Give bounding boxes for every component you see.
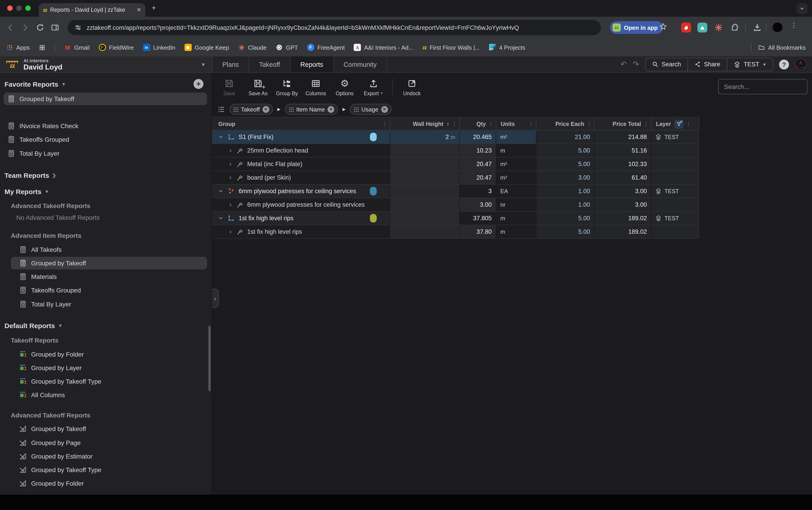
cell-units[interactable]: nr (496, 198, 536, 211)
extensions-puzzle-icon[interactable] (730, 23, 740, 32)
sidebar-item-takeoffs-grouped-2[interactable]: Takeoffs Grouped (0, 283, 212, 297)
drag-handle-icon[interactable] (354, 107, 359, 112)
cell-wall-height[interactable]: 2m (390, 131, 459, 144)
side-panel-icon[interactable] (51, 23, 60, 32)
column-menu-icon[interactable]: ⋮ (382, 121, 388, 127)
traffic-zoom-button[interactable] (25, 5, 31, 11)
expand-row-icon[interactable] (228, 175, 233, 180)
redo-icon[interactable]: ↷ (633, 60, 639, 69)
table-row-item[interactable]: 1st fix high level rips 37.80 m 5.00 189… (212, 225, 699, 239)
table-row-item[interactable]: board (per Skin) 20.47 m² 3.00 61.40 (212, 171, 699, 185)
cell-layer[interactable] (651, 158, 699, 171)
project-switcher[interactable]: zz AI interiors David Loyd ▼ (0, 56, 212, 73)
cell-qty[interactable]: 20.465 (459, 131, 496, 144)
all-bookmarks-button[interactable]: All Bookmarks (758, 44, 806, 51)
cell-layer[interactable] (651, 144, 699, 157)
cell-units[interactable]: m (496, 212, 536, 225)
cell-price-total[interactable]: 214.88 (594, 131, 651, 144)
sidebar-item-takeoffs-grouped[interactable]: Takeoffs Grouped (0, 133, 212, 146)
bookmark-claude[interactable]: Claude (238, 44, 266, 51)
cell-qty[interactable]: 20.47 (459, 158, 496, 171)
cell-price-each[interactable]: 1.00 (536, 185, 594, 198)
takeoff-color-swatch[interactable] (370, 214, 377, 223)
browser-menu-icon[interactable]: ⋮ (790, 21, 797, 29)
my-reports-header[interactable]: My Reports▼ (0, 185, 212, 198)
cell-price-total[interactable]: 61.40 (594, 171, 651, 184)
tab-search-button[interactable] (796, 3, 808, 14)
tab-close-icon[interactable]: ✕ (137, 7, 141, 13)
browser-tab[interactable]: zz Reports - David Loyd | zzTake ✕ (39, 3, 145, 17)
cell-qty[interactable]: 3 (459, 185, 496, 198)
cell-qty[interactable]: 37.80 (459, 225, 496, 238)
save-button[interactable]: Save (215, 75, 244, 100)
search-button[interactable]: Search (645, 58, 688, 70)
column-menu-icon[interactable]: ⋮ (452, 121, 457, 127)
cell-price-each[interactable]: 5.00 (536, 158, 594, 171)
team-reports-header[interactable]: Team Reports❯ (0, 168, 212, 182)
tab-community[interactable]: Community (334, 56, 387, 72)
cell-wall-height[interactable] (390, 171, 459, 184)
cell-units[interactable]: m² (496, 158, 536, 171)
cell-price-each[interactable]: 5.00 (536, 225, 594, 238)
chip-usage[interactable]: Usage ✕ (350, 104, 391, 115)
expand-row-icon[interactable] (228, 162, 233, 166)
column-header-layer[interactable]: Layer ⋮ (651, 117, 699, 131)
tab-plans[interactable]: Plans (212, 56, 249, 72)
address-bar[interactable]: zztakeoff.com/app/reports?projectId=Tkkz… (68, 20, 601, 35)
dashboard-grid-icon[interactable] (38, 44, 46, 51)
expand-row-icon[interactable] (228, 229, 233, 234)
back-icon[interactable] (6, 23, 15, 32)
save-as-button[interactable]: + Save As (244, 75, 272, 100)
help-button[interactable]: ? (779, 59, 789, 69)
cell-qty[interactable]: 10.23 (459, 144, 496, 157)
column-menu-icon[interactable]: ⋮ (643, 121, 649, 127)
sidebar-item-total-by-layer-2[interactable]: Total By Layer (0, 298, 212, 311)
collapse-row-icon[interactable] (218, 189, 223, 194)
cell-price-each[interactable]: 5.00 (536, 144, 594, 157)
share-button[interactable]: Share (687, 58, 726, 70)
expand-row-icon[interactable] (228, 148, 233, 153)
claude-extension-icon[interactable] (714, 23, 723, 32)
cell-units[interactable]: m² (496, 131, 536, 144)
column-header-group[interactable]: Group⋮ (212, 117, 390, 131)
column-header-units[interactable]: Units⋮ (496, 117, 536, 131)
sidebar-item-grouped-by-takeoff-favorite[interactable]: Grouped by Takeoff (4, 92, 207, 105)
remove-chip-icon[interactable]: ✕ (262, 106, 269, 113)
sidebar-item-all-columns[interactable]: All Columns (0, 388, 212, 402)
column-header-wall-height[interactable]: Wall Height ↑ ⋮ (390, 117, 459, 131)
adblock-extension-icon[interactable] (681, 23, 691, 32)
sidebar-item-adv-grouped-by-estimator[interactable]: Grouped by Estimator (0, 450, 212, 463)
bookmark-freeagent[interactable]: FFreeAgent (307, 44, 344, 51)
sidebar-item-grouped-by-takeoff-type[interactable]: Grouped by Takeoff Type (0, 375, 212, 388)
column-menu-icon[interactable]: ⋮ (587, 121, 592, 127)
sidebar-collapse-handle[interactable]: ‹ (212, 289, 219, 308)
remove-chip-icon[interactable]: ✕ (381, 106, 388, 113)
table-row-item[interactable]: 6mm plywood patresses for ceiling servic… (212, 198, 699, 212)
layer-selector-button[interactable]: TEST ▼ (726, 58, 773, 70)
bookmark-gpt[interactable]: GPT (276, 44, 298, 51)
bookmark-4-projects[interactable]: VFP4 Projects (489, 44, 525, 51)
sidebar-item-adv-grouped-by-takeoff[interactable]: Grouped by Takeoff (0, 422, 212, 435)
cell-units[interactable]: m (496, 144, 536, 157)
table-row-item[interactable]: Metal (inc Flat plate) 20.47 m² 5.00 102… (212, 158, 699, 171)
table-row-group[interactable]: 6mm plywood patresses for ceiling servic… (212, 185, 699, 198)
cell-wall-height[interactable] (390, 225, 459, 238)
columns-button[interactable]: Columns (301, 75, 330, 100)
bookmark-fieldwire[interactable]: FFieldWire (98, 44, 134, 51)
cell-price-total[interactable]: 189.02 (594, 225, 651, 238)
cell-price-total[interactable]: 3.00 (594, 198, 651, 211)
takeoff-color-swatch[interactable] (370, 187, 377, 195)
export-button[interactable]: Export▼ (359, 75, 388, 100)
teal-extension-icon[interactable] (697, 23, 708, 32)
tab-reports[interactable]: Reports (291, 56, 334, 72)
cell-price-each[interactable]: 3.00 (536, 171, 594, 184)
drag-handle-icon[interactable] (289, 107, 294, 112)
cell-wall-height[interactable] (390, 198, 459, 211)
sidebar-item-total-by-layer[interactable]: Total By Layer (0, 147, 212, 160)
drag-handle-icon[interactable] (233, 107, 238, 112)
forward-icon[interactable] (21, 23, 30, 32)
cell-price-each[interactable]: 1.00 (536, 198, 594, 211)
layer-filter-button[interactable] (674, 119, 684, 129)
column-header-price-each[interactable]: Price Each⋮ (536, 117, 594, 131)
bookmark-star-icon[interactable] (659, 22, 668, 31)
